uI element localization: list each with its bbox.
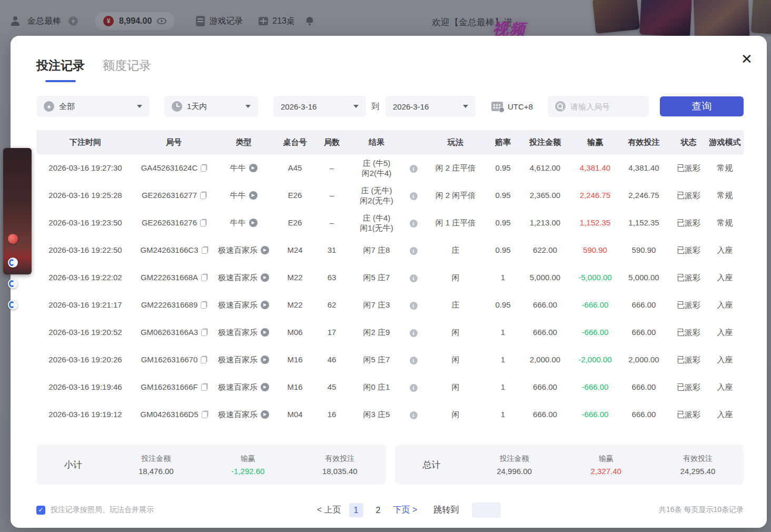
round-number-wrap: GM162631666F (141, 382, 206, 392)
valid-bet-cell: 5,000.00 (616, 272, 671, 283)
total-bet-value: 24,996.00 (469, 467, 560, 476)
bet-time-cell: 2026-03-16 19:22:50 (36, 245, 134, 255)
play-method-cell: 闲 (421, 409, 490, 420)
info-icon[interactable]: i (410, 302, 418, 310)
floating-action-red-icon[interactable] (8, 234, 18, 244)
copy-icon[interactable] (201, 329, 207, 336)
copy-icon[interactable] (201, 165, 206, 172)
round-number-text: GA452631624C (141, 163, 198, 173)
result-line: 庄 (牛4) (348, 213, 406, 223)
jump-to-label: 跳转到 (433, 505, 459, 516)
copy-icon[interactable] (201, 274, 207, 281)
status-cell: 已派彩 (671, 218, 706, 228)
query-button[interactable]: 查询 (660, 96, 744, 116)
result-cell: 闲2 庄9 (348, 327, 406, 338)
column-header: 局号 (134, 137, 213, 147)
round-number-cell: GA452631624C (134, 163, 213, 173)
copy-icon[interactable] (201, 384, 207, 391)
date-to-select[interactable]: 2026-3-16 (386, 96, 476, 117)
next-page-button[interactable]: 下页 > (393, 505, 418, 516)
copy-icon[interactable] (200, 192, 206, 199)
floating-video-thumbnail[interactable] (3, 148, 32, 274)
jump-page-input[interactable] (472, 503, 501, 518)
floating-action-blue-icon[interactable] (8, 300, 18, 310)
tab-betting-records[interactable]: 投注记录 (36, 57, 85, 82)
bet-time-cell: 2026-03-16 19:27:30 (36, 163, 134, 173)
play-video-icon[interactable]: ▶ (261, 301, 269, 309)
column-header: 桌台号 (274, 137, 316, 147)
page-button-2[interactable]: 2 (371, 503, 386, 517)
copy-icon[interactable] (200, 220, 206, 226)
column-header: 结果 (348, 137, 406, 147)
info-icon[interactable]: i (410, 220, 418, 228)
total-win-value: 2,327.40 (560, 467, 652, 476)
valid-bet-cell: 666.00 (616, 327, 671, 338)
info-icon[interactable]: i (410, 384, 418, 392)
play-video-icon[interactable]: ▶ (261, 383, 269, 391)
win-loss-cell: -2,000.00 (574, 354, 616, 365)
play-video-icon[interactable]: ▶ (261, 273, 269, 282)
subtotal-valid-label: 有效投注 (294, 454, 386, 464)
game-type-cell: 极速百家乐▶ (213, 272, 274, 283)
play-video-icon[interactable]: ▶ (261, 246, 269, 254)
date-from-select[interactable]: 2026-3-16 (273, 96, 366, 117)
play-video-icon[interactable]: ▶ (249, 219, 258, 227)
game-type-select[interactable]: ♠ 全部 (36, 96, 150, 117)
play-video-icon[interactable]: ▶ (261, 410, 269, 419)
merge-option-label: 投注记录按照局、玩法合并展示 (51, 505, 154, 515)
play-video-icon[interactable]: ▶ (261, 356, 269, 364)
copy-icon[interactable] (201, 302, 206, 309)
table-header-row: 下注时间局号类型桌台号局数结果玩法赔率投注金额输赢有效投注状态游戏模式 (36, 130, 744, 154)
bet-amount-cell: 666.00 (516, 327, 574, 338)
bet-amount-cell: 622.00 (516, 245, 574, 255)
result-info-cell: i (406, 245, 421, 255)
game-mode-cell: 入座 (706, 327, 744, 338)
round-number-cell: GE2626316277 (134, 190, 213, 201)
merge-checkbox[interactable]: ✓ (36, 506, 45, 515)
result-info-cell: i (406, 190, 421, 201)
copy-icon[interactable] (202, 247, 207, 254)
prev-page-button[interactable]: < 上页 (317, 505, 341, 516)
game-type-wrap: 极速百家乐▶ (218, 272, 269, 283)
play-method-cell: 闲 (421, 382, 490, 392)
page-button-1[interactable]: 1 (349, 503, 363, 517)
result-info-cell: i (406, 354, 421, 365)
info-icon[interactable]: i (410, 329, 418, 337)
round-number-wrap: GM24263166C3 (140, 245, 207, 255)
round-number-wrap: GM222631668A (141, 272, 207, 283)
floating-action-blue-icon[interactable] (8, 258, 18, 268)
info-icon[interactable]: i (410, 247, 418, 255)
info-icon[interactable]: i (410, 357, 418, 364)
spade-icon: ♠ (44, 101, 54, 112)
tab-quota-records[interactable]: 额度记录 (103, 57, 151, 82)
info-icon[interactable]: i (410, 274, 418, 282)
result-cell: 闲5 庄7 (348, 272, 406, 283)
win-loss-cell: 4,381.40 (574, 163, 616, 173)
round-count-cell: 17 (316, 327, 348, 338)
copy-icon[interactable] (202, 411, 207, 418)
copy-icon[interactable] (201, 357, 206, 363)
bet-amount-cell: 1,213.00 (516, 218, 574, 228)
caret-down-icon (353, 105, 359, 108)
result-line: 闲1(无牛) (348, 223, 406, 233)
round-number-input[interactable] (570, 102, 634, 111)
play-video-icon[interactable]: ▶ (249, 164, 258, 172)
play-video-icon[interactable]: ▶ (261, 328, 269, 337)
floating-action-blue-icon[interactable] (8, 279, 18, 289)
valid-bet-cell: 666.00 (616, 382, 671, 392)
odds-cell: 1 (490, 409, 516, 420)
timezone-selector[interactable]: UTC+8 (491, 102, 533, 111)
time-range-select[interactable]: 1天内 (164, 96, 258, 117)
info-icon[interactable]: i (410, 165, 418, 173)
column-header: 玩法 (421, 137, 490, 147)
play-video-icon[interactable]: ▶ (249, 191, 258, 200)
play-method-cell: 闲 (421, 354, 490, 365)
game-type-text: 极速百家乐 (218, 382, 258, 392)
table-number-cell: M16 (274, 382, 316, 392)
odds-cell: 1 (490, 354, 516, 365)
info-icon[interactable]: i (410, 192, 418, 200)
status-cell: 已派彩 (671, 382, 706, 392)
info-icon[interactable]: i (410, 411, 418, 419)
close-icon[interactable]: ✕ (739, 52, 754, 66)
date-to-label: 到 (371, 102, 379, 112)
